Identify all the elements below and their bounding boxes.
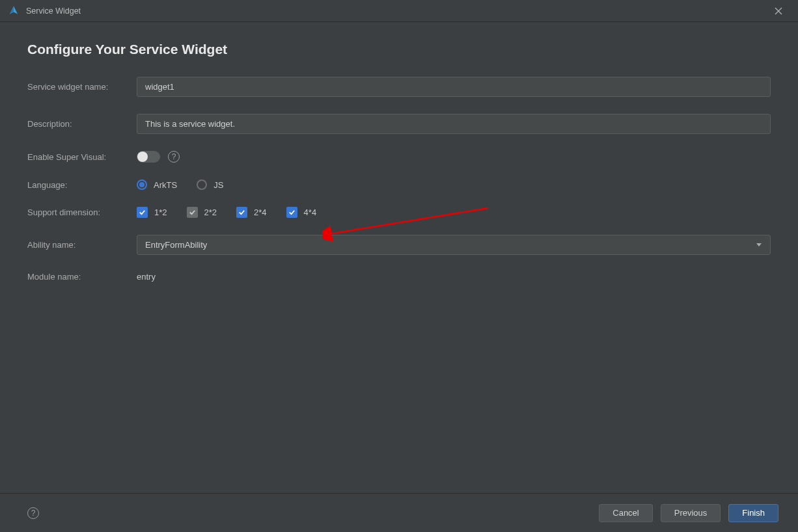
window-title: Service Widget (26, 7, 81, 16)
checkbox-icon (286, 207, 297, 218)
app-logo-icon (8, 5, 20, 17)
checkbox-label: 4*4 (304, 207, 317, 217)
row-widget-name: Service widget name: (27, 77, 771, 97)
close-button[interactable] (765, 0, 791, 22)
super-visual-help-icon[interactable]: ? (168, 151, 180, 163)
super-visual-toggle[interactable] (137, 151, 160, 163)
checkbox-label: 2*2 (204, 207, 217, 217)
svg-marker-2 (756, 243, 762, 246)
row-module: Module name: entry (27, 272, 771, 282)
label-language: Language: (27, 180, 137, 190)
check-2x2[interactable]: 2*2 (187, 207, 217, 218)
checkbox-icon (187, 207, 198, 218)
radio-label: ArkTS (154, 180, 177, 190)
radio-arkts[interactable]: ArkTS (137, 180, 177, 190)
radio-dot-icon (197, 180, 207, 190)
row-description: Description: (27, 114, 771, 134)
cancel-button[interactable]: Cancel (599, 504, 652, 522)
checkbox-icon (236, 207, 247, 218)
label-widget-name: Service widget name: (27, 82, 137, 92)
dropdown-value: EntryFormAbility (145, 240, 207, 250)
description-input[interactable] (137, 114, 771, 134)
footer: ? Cancel Previous Finish (0, 493, 798, 532)
check-2x4[interactable]: 2*4 (236, 207, 267, 218)
content-area: Configure Your Service Widget Service wi… (0, 22, 798, 493)
checkbox-label: 1*2 (154, 207, 167, 217)
footer-help-icon[interactable]: ? (27, 507, 39, 519)
previous-button[interactable]: Previous (661, 504, 721, 522)
row-super-visual: Enable Super Visual: ? (27, 151, 771, 163)
label-ability: Ability name: (27, 240, 137, 250)
radio-dot-icon (137, 180, 147, 190)
radio-js[interactable]: JS (197, 180, 223, 190)
label-description: Description: (27, 119, 137, 129)
toggle-knob (137, 152, 148, 162)
label-module: Module name: (27, 272, 137, 282)
label-super-visual: Enable Super Visual: (27, 152, 137, 162)
titlebar: Service Widget (0, 0, 798, 22)
close-icon (775, 7, 782, 15)
dimension-check-group: 1*2 2*2 2*4 (137, 207, 316, 218)
widget-name-input[interactable] (137, 77, 771, 97)
row-language: Language: ArkTS JS (27, 180, 771, 190)
label-dimension: Support dimension: (27, 207, 137, 217)
chevron-down-icon (756, 240, 762, 250)
language-radio-group: ArkTS JS (137, 180, 223, 190)
module-value: entry (137, 272, 156, 282)
row-ability: Ability name: EntryFormAbility (27, 235, 771, 255)
check-1x2[interactable]: 1*2 (137, 207, 167, 218)
radio-label: JS (213, 180, 223, 190)
page-title: Configure Your Service Widget (27, 42, 771, 57)
checkbox-icon (137, 207, 148, 218)
finish-button[interactable]: Finish (728, 504, 778, 522)
row-dimension: Support dimension: 1*2 2*2 (27, 207, 771, 218)
ability-dropdown[interactable]: EntryFormAbility (137, 235, 771, 255)
checkbox-label: 2*4 (254, 207, 267, 217)
check-4x4[interactable]: 4*4 (286, 207, 317, 218)
